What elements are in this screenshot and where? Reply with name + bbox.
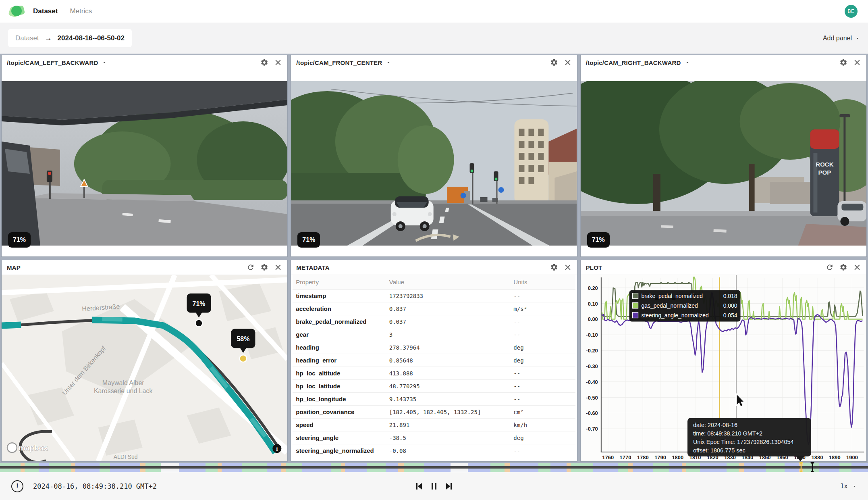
timeline-segment [744, 463, 766, 466]
timeline-segment [700, 463, 727, 466]
timeline-segment [567, 463, 571, 466]
table-row[interactable]: heading278.37964deg [293, 341, 575, 354]
breadcrumb: Dataset → 2024-08-16--06-50-02 [8, 29, 132, 47]
map-canvas[interactable]: Herderstraße Maywald Alber Karosserie un… [2, 275, 287, 461]
timeline-segment [490, 469, 505, 472]
camera-image-right-backward[interactable]: ROCK POP 71% [581, 81, 866, 246]
timeline-segment [110, 463, 141, 466]
camera-image-front-center[interactable]: 71% [291, 81, 577, 246]
timeline-segment [281, 469, 286, 472]
table-row[interactable]: heading_error0.85648deg [293, 354, 575, 367]
app-logo-icon[interactable] [10, 5, 23, 17]
timeline-segment [593, 463, 618, 466]
add-panel-button[interactable]: Add panel [823, 35, 860, 42]
refresh-icon[interactable] [247, 263, 255, 271]
chevron-down-icon[interactable] [685, 60, 690, 65]
chevron-down-icon[interactable] [386, 60, 391, 65]
close-icon[interactable] [564, 263, 572, 271]
playback-speed-dropdown[interactable]: 1x [840, 482, 857, 490]
topic-dropdown[interactable]: /topic/CAM_FRONT_CENTER [296, 59, 382, 66]
refresh-icon[interactable] [826, 263, 834, 271]
timeline-segment [341, 469, 345, 472]
skip-previous-button[interactable] [414, 481, 424, 491]
svg-text:date: 2024-08-16: date: 2024-08-16 [693, 422, 737, 428]
timeline-segment [550, 463, 567, 466]
close-icon[interactable] [564, 58, 572, 67]
gear-icon[interactable] [260, 263, 268, 271]
timeline-segment [267, 469, 281, 472]
tab-dataset[interactable]: Dataset [33, 7, 58, 15]
timeline-segment [550, 469, 567, 472]
strip-row-top [0, 463, 868, 466]
timeline-segment [206, 469, 218, 472]
timeline-segment [404, 469, 424, 472]
timeline-segment [242, 469, 267, 472]
timeline-segment [367, 463, 385, 466]
playhead-marker-yellow[interactable] [798, 462, 804, 473]
table-row[interactable]: brake_pedal_normalized0.037-- [293, 315, 575, 328]
timeline-segment [669, 469, 681, 472]
breadcrumb-root[interactable]: Dataset [15, 34, 39, 42]
timeline-segment [71, 463, 75, 466]
map-info-icon[interactable]: i [272, 444, 281, 453]
alert-icon: ! [11, 480, 23, 492]
table-row[interactable]: hp_loc_longitude9.143735-- [293, 393, 575, 406]
close-icon[interactable] [274, 263, 282, 271]
panel-cam-front-center: /topic/CAM_FRONT_CENTER [291, 55, 577, 257]
timeline-segment [0, 469, 21, 472]
topic-dropdown[interactable]: /topic/CAM_RIGHT_BACKWARD [586, 59, 681, 66]
svg-text:gas_pedal_normalized: gas_pedal_normalized [641, 302, 698, 309]
gear-icon[interactable] [839, 58, 847, 67]
table-row[interactable]: position_covariance[182.405, 182.405, 13… [293, 406, 575, 419]
timeline-segment [242, 463, 267, 466]
tab-metrics[interactable]: Metrics [70, 7, 92, 15]
table-row[interactable]: speed21.891km/h [293, 419, 575, 431]
pause-button[interactable] [429, 481, 439, 491]
svg-text:58%: 58% [237, 335, 249, 342]
camera-scene: ROCK POP [581, 81, 866, 246]
timeline-segment [367, 469, 385, 472]
avatar[interactable]: BE [845, 5, 858, 18]
timeline-segment [571, 469, 593, 472]
camera-image-left-backward[interactable]: 71% [2, 81, 287, 246]
gear-icon[interactable] [550, 58, 558, 67]
timeline-segment [281, 463, 286, 466]
table-row[interactable]: steering_angle_normalized-0.08-- [293, 444, 575, 457]
timeline-segment [571, 463, 593, 466]
table-row[interactable]: hp_loc_latitude48.770295-- [293, 380, 575, 393]
table-row[interactable]: hp_loc_altitude413.888-- [293, 367, 575, 380]
timeline-segment [653, 463, 669, 466]
playback-bar: ! 2024-08-16, 08:49:38.210 GMT+2 1x [0, 472, 868, 500]
timeline-segment [331, 463, 341, 466]
topic-dropdown[interactable]: /topic/CAM_LEFT_BACKWARD [7, 59, 98, 66]
svg-text:-0.60: -0.60 [586, 410, 598, 416]
timeline-segment [21, 463, 25, 466]
table-row[interactable]: timestamp1723792833-- [293, 290, 575, 302]
svg-text:i: i [276, 446, 278, 452]
gear-icon[interactable] [260, 58, 268, 67]
timeline-segment [345, 463, 368, 466]
speed-label: 1x [840, 482, 848, 490]
chevron-down-icon[interactable] [102, 60, 107, 65]
table-row[interactable]: acceleration0.837m/s² [293, 302, 575, 315]
close-icon[interactable] [853, 263, 861, 271]
timeline-segment [286, 463, 302, 466]
mapbox-logo[interactable]: mapbox [7, 443, 48, 452]
table-row[interactable]: turn_signalLEFT-- [293, 457, 575, 462]
timeline-segment [75, 469, 100, 472]
table-row[interactable]: gear3-- [293, 328, 575, 341]
map-poi-label: Maywald Alber [102, 379, 145, 386]
timeline-segment [819, 463, 839, 466]
col-property: Property [293, 275, 386, 290]
table-row[interactable]: steering_angle-38.5deg [293, 431, 575, 444]
timeline-scrubber[interactable] [0, 463, 868, 472]
plot-canvas[interactable]: 0.200.100.00-0.10-0.20-0.30-0.40-0.50-0.… [581, 275, 866, 461]
skip-next-button[interactable] [444, 481, 454, 491]
close-icon[interactable] [853, 58, 861, 67]
close-icon[interactable] [274, 58, 282, 67]
svg-text:brake_pedal_normalized: brake_pedal_normalized [641, 293, 703, 299]
gear-icon[interactable] [550, 263, 558, 271]
playhead-marker-black[interactable] [810, 462, 815, 473]
svg-text:Unix Epoc Time: 1723792826.130: Unix Epoc Time: 1723792826.1304054 [693, 439, 794, 445]
gear-icon[interactable] [839, 263, 847, 271]
